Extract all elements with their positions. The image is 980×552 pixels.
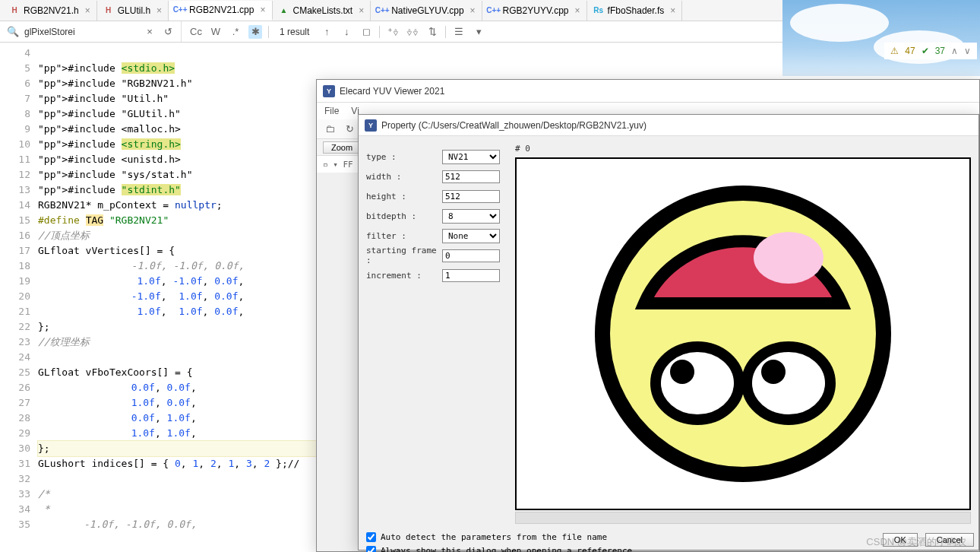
watermark: CSDN @卖酒的小码农	[866, 535, 966, 549]
tab-nativeglyuv-cpp[interactable]: C++NativeGLYUV.cpp×	[371, 1, 482, 21]
tab-glutil-h[interactable]: HGLUtil.h×	[97, 1, 169, 21]
svg-point-6	[754, 232, 824, 284]
input-start[interactable]	[442, 249, 500, 262]
close-icon[interactable]: ×	[260, 5, 265, 15]
select-type[interactable]: NV21	[442, 150, 500, 164]
frame-label: # 0	[515, 144, 971, 157]
yuv-title-text: Elecard YUV Viewer 2021	[340, 86, 444, 97]
label-always-show: Always show this dialog when opening a r…	[381, 546, 632, 553]
tab-label: RGB2NV21.cpp	[189, 5, 254, 15]
tab-label: fFboShader.fs	[608, 5, 665, 16]
tab-label: NativeGLYUV.cpp	[391, 5, 463, 16]
file-type-icon: ▲	[279, 5, 289, 16]
warning-icon: ⚠	[890, 46, 899, 56]
close-icon[interactable]: ×	[470, 5, 476, 16]
expand-down-icon[interactable]: ∨	[964, 46, 971, 56]
yuv-app-icon: Y	[323, 85, 335, 97]
tab-label: CMakeLists.txt	[293, 5, 353, 16]
preview-pane	[515, 157, 971, 510]
svg-point-2	[747, 347, 830, 420]
yuv-viewer-window: Y Elecard YUV Viewer 2021 File Vi 🗀 ↻ Zo…	[316, 79, 980, 552]
close-icon[interactable]: ×	[85, 5, 90, 16]
select-bitdepth[interactable]: 8	[442, 209, 500, 224]
select-filter[interactable]: None	[442, 229, 500, 243]
expand-up-icon[interactable]: ∧	[951, 46, 958, 56]
file-type-icon: C++	[175, 5, 185, 15]
input-height[interactable]	[442, 190, 500, 203]
property-icon: Y	[365, 119, 377, 132]
file-type-icon: H	[103, 5, 114, 16]
select-occurrences-button[interactable]: ⎀⎀	[406, 25, 419, 39]
svg-point-3	[656, 347, 739, 420]
match-case-button[interactable]: Cc	[189, 25, 203, 39]
file-type-icon: C++	[488, 5, 499, 16]
tab-rgb2yuyv-cpp[interactable]: C++RGB2YUYV.cpp×	[482, 1, 587, 21]
file-type-icon: C++	[377, 5, 387, 16]
property-titlebar[interactable]: Y Property (C:/Users/CreatWall_zhouwen/D…	[359, 115, 978, 136]
label-start: starting frame :	[366, 246, 442, 265]
menu-file[interactable]: File	[324, 106, 339, 116]
tab-rgb2nv21-cpp[interactable]: C++RGB2NV21.cpp×	[169, 1, 272, 21]
preview-scrollbar[interactable]	[515, 512, 971, 524]
zoom-button[interactable]: Zoom	[323, 141, 361, 154]
settings-icon[interactable]: ☰	[452, 25, 466, 39]
label-bitdepth: bitdepth :	[366, 211, 442, 221]
tab-ffboshader-fs[interactable]: RsfFboShader.fs×	[587, 1, 683, 21]
tab-label: GLUtil.h	[118, 5, 150, 16]
label-type: type :	[366, 152, 442, 162]
funnel-icon[interactable]: ▾	[472, 25, 485, 39]
label-width: width :	[366, 172, 442, 182]
tab-cmakelists-txt[interactable]: ▲CMakeLists.txt×	[273, 1, 371, 21]
label-height: height :	[366, 192, 442, 201]
close-icon[interactable]: ×	[359, 5, 364, 16]
tab-rgb2nv21-h[interactable]: HRGB2NV21.h×	[3, 1, 97, 21]
refresh-icon[interactable]: ↻	[343, 122, 356, 136]
svg-point-5	[670, 360, 694, 384]
tab-label: RGB2NV21.h	[24, 5, 79, 16]
checkbox-autodetect[interactable]	[366, 532, 376, 542]
inspection-status: ⚠47 ✔37 ∧ ∨	[884, 43, 977, 59]
filter-button[interactable]: ✱	[248, 25, 262, 39]
prev-match-button[interactable]: ↑	[320, 25, 334, 39]
svg-point-4	[761, 360, 786, 384]
next-match-button[interactable]: ↓	[340, 25, 353, 39]
add-selection-button[interactable]: ⁺⎀	[386, 25, 400, 39]
property-form: type :NV21 width : height : bitdepth :8 …	[359, 136, 511, 525]
ok-icon: ✔	[922, 46, 929, 56]
open-icon[interactable]: 🗀	[323, 122, 337, 136]
close-icon[interactable]: ×	[156, 5, 162, 16]
file-type-icon: H	[9, 5, 20, 16]
clear-search-icon[interactable]: ×	[143, 25, 156, 39]
line-gutter: 4567891011121314151617181920212223242526…	[0, 43, 38, 552]
checkbox-always-show[interactable]	[366, 546, 376, 553]
desktop-background	[782, 0, 980, 76]
yuv-titlebar[interactable]: Y Elecard YUV Viewer 2021	[317, 80, 979, 103]
label-autodetect: Auto detect the parameters from the file…	[381, 532, 607, 542]
regex-button[interactable]: .*	[229, 25, 242, 39]
label-filter: filter :	[366, 231, 442, 241]
ok-count: 37	[935, 46, 945, 56]
toggle-button[interactable]: ⇅	[425, 25, 439, 39]
result-count: 1 result	[280, 27, 309, 37]
preview-image	[583, 174, 903, 493]
search-input[interactable]	[24, 27, 138, 37]
warning-count: 47	[905, 46, 915, 56]
search-icon: 🔍	[6, 25, 20, 39]
tab-label: RGB2YUYV.cpp	[503, 5, 569, 16]
history-icon[interactable]: ↺	[161, 25, 175, 39]
close-icon[interactable]: ×	[670, 5, 675, 16]
file-type-icon: Rs	[593, 5, 604, 16]
words-button[interactable]: W	[209, 25, 223, 39]
input-inc[interactable]	[442, 269, 500, 282]
close-icon[interactable]: ×	[575, 5, 580, 16]
label-inc: increment :	[366, 271, 442, 281]
input-width[interactable]	[442, 170, 500, 183]
select-all-button[interactable]: ◻	[359, 25, 373, 39]
property-title-text: Property (C:/Users/CreatWall_zhouwen/Des…	[381, 120, 646, 131]
property-dialog: Y Property (C:/Users/CreatWall_zhouwen/D…	[358, 114, 979, 550]
